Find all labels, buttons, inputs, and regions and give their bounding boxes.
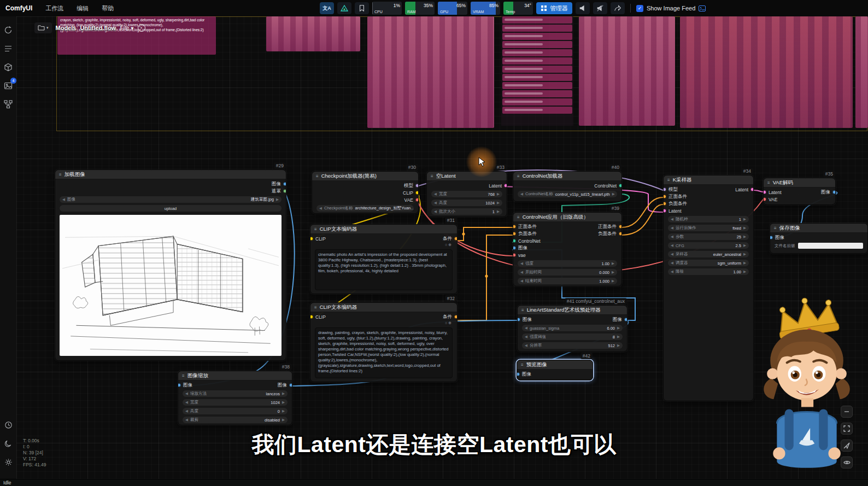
share-icon[interactable] (611, 2, 625, 14)
conditioning-slot-dot[interactable] (619, 225, 621, 229)
file-menu[interactable]: File ▾ (120, 25, 133, 31)
megaphone-muted-icon[interactable] (593, 2, 607, 14)
increment-arrow-icon[interactable]: ▶ (617, 343, 620, 348)
node-controlnet-apply[interactable]: #39≡ControlNet应用（旧版高级）正面条件负面条件ControlNet… (513, 212, 622, 286)
minimize-button[interactable] (841, 406, 853, 418)
increment-arrow-icon[interactable]: ▶ (612, 261, 614, 266)
input-slot-图像[interactable]: 图像 (517, 371, 533, 378)
input-slot-Latent[interactable]: Latent (764, 189, 784, 196)
collapse-icon[interactable]: ≡ (521, 362, 524, 367)
prompt-text[interactable]: cinematic photo An artist's impression o… (315, 249, 453, 290)
decrement-arrow-icon[interactable]: ◀ (671, 235, 673, 239)
increment-arrow-icon[interactable]: ▶ (282, 409, 285, 413)
collapse-icon[interactable]: ≡ (521, 308, 524, 313)
menu-workflow[interactable]: 工作流 (45, 4, 63, 13)
conditioning-slot-dot[interactable] (664, 195, 666, 198)
node-title-bar[interactable]: ≡LineArtStandard艺术线预处理器 (518, 306, 627, 315)
widget-text-input[interactable] (798, 243, 864, 249)
input-slot-模型[interactable]: 模型 (664, 186, 689, 193)
widget-采样器[interactable]: ◀采样器euler_ancestral▶ (668, 251, 749, 257)
widget-强度阈值[interactable]: ◀强度阈值8▶ (522, 333, 623, 340)
image-slot-dot[interactable] (624, 318, 627, 321)
decrement-arrow-icon[interactable]: ◀ (525, 326, 527, 330)
model-slot-dot[interactable] (415, 184, 418, 188)
output-slot-图像[interactable]: 图像 (269, 180, 286, 188)
input-slot-图像[interactable]: 图像 (178, 382, 195, 389)
image-slot-dot[interactable] (178, 383, 181, 387)
decrement-arrow-icon[interactable]: ◀ (434, 192, 437, 196)
collapse-icon[interactable]: ≡ (59, 172, 62, 177)
increment-arrow-icon[interactable]: ▶ (497, 209, 500, 214)
node-vae-decode[interactable]: #35≡VAE解码LatentVAE图像 (763, 178, 836, 205)
increment-arrow-icon[interactable]: ▶ (612, 279, 614, 283)
decrement-arrow-icon[interactable]: ◀ (525, 335, 527, 339)
decrement-arrow-icon[interactable]: ◀ (671, 226, 673, 230)
input-slot-vae[interactable]: vae (513, 251, 543, 259)
gallery-icon[interactable]: 4 (2, 80, 14, 92)
increment-arrow-icon[interactable]: ▶ (743, 217, 746, 221)
node-preview-image[interactable]: #42≡预览图像图像 (517, 360, 593, 380)
increment-arrow-icon[interactable]: ▶ (743, 252, 746, 256)
translate-button[interactable]: 文A (320, 2, 334, 14)
output-slot-图像[interactable]: 图像 (275, 382, 292, 389)
decrement-arrow-icon[interactable]: ◀ (520, 261, 523, 266)
output-slot-负面条件[interactable]: 负面条件 (596, 230, 621, 237)
widget-调度器[interactable]: ◀调度器sgm_uniform▶ (668, 260, 749, 266)
output-slot-模型[interactable]: 模型 (401, 182, 418, 189)
node-title-bar[interactable]: ≡CLIP文本编码器 (310, 225, 457, 234)
conditioning-slot-dot[interactable] (513, 225, 516, 229)
prompt-text[interactable]: drawing, painting, crayon, sketch, graph… (315, 327, 453, 378)
node-title-bar[interactable]: ≡K采样器 (664, 175, 753, 185)
clock-icon[interactable] (2, 419, 14, 431)
decrement-arrow-icon[interactable]: ◀ (671, 217, 673, 221)
lock-icon[interactable]: • (138, 24, 145, 32)
input-slot-负面条件[interactable]: 负面条件 (664, 200, 689, 207)
clip-slot-dot[interactable] (310, 237, 313, 241)
menu-edit[interactable]: 编辑 (77, 4, 89, 13)
manager-button[interactable]: 管理器 (536, 2, 572, 14)
decrement-arrow-icon[interactable]: ◀ (520, 270, 523, 274)
widget-宽度[interactable]: ◀宽度1024▶ (183, 399, 288, 406)
node-title-bar[interactable]: ≡保存图像 (770, 224, 867, 233)
checkbox-checked-icon[interactable]: ✓ (636, 5, 643, 12)
collapse-icon[interactable]: ≡ (314, 227, 317, 232)
widget-批次大小[interactable]: ◀批次大小1▶ (431, 208, 502, 215)
upload-button[interactable]: upload (60, 205, 281, 212)
input-slot-CLIP[interactable]: CLIP (310, 313, 328, 320)
decrement-arrow-icon[interactable]: ◀ (185, 418, 188, 422)
widget-CFG[interactable]: ◀CFG2.5▶ (668, 242, 749, 249)
image-slot-dot[interactable] (513, 246, 516, 250)
node-lineart-preprocessor[interactable]: #41 comfyui_controlnet_aux≡LineArtStanda… (517, 305, 627, 352)
widget-宽度[interactable]: ◀宽度768▶ (431, 191, 502, 197)
output-slot-Latent[interactable]: Latent (486, 182, 507, 189)
output-slot-条件[interactable]: 条件 (441, 235, 457, 242)
widget-图像[interactable]: ◀图像建筑草图.jpg▶ (60, 196, 281, 203)
app-logo[interactable]: ComfyUI (5, 4, 32, 12)
model-library-icon[interactable] (2, 61, 14, 73)
decrement-arrow-icon[interactable]: ◀ (671, 252, 673, 256)
workflow-folder-button[interactable]: ▾ (34, 22, 52, 33)
controlnet-slot-dot[interactable] (513, 239, 516, 243)
decrement-arrow-icon[interactable]: ◀ (434, 209, 437, 214)
filename-prefix-widget[interactable]: 文件名前缀 (775, 243, 863, 249)
input-slot-VAE[interactable]: VAE (764, 196, 784, 203)
input-slot-图像[interactable]: 图像 (770, 234, 787, 241)
controlnet-slot-dot[interactable] (619, 184, 621, 188)
collapse-icon[interactable]: ≡ (767, 180, 770, 185)
megaphone-icon[interactable] (576, 2, 590, 14)
node-title-bar[interactable]: ≡VAE解码 (764, 178, 835, 188)
decrement-arrow-icon[interactable]: ◀ (520, 192, 523, 196)
node-title-bar[interactable]: ≡图像缩放 (178, 371, 292, 380)
node-title-bar[interactable]: ≡空Latent (427, 172, 507, 181)
conditioning-slot-dot[interactable] (513, 232, 516, 236)
conditioning-slot-dot[interactable] (619, 232, 621, 236)
widget-裁剪[interactable]: ◀裁剪disabled▶ (183, 417, 288, 423)
widget-结束时间[interactable]: ◀结束时间1.000▶ (518, 278, 617, 284)
decrement-arrow-icon[interactable]: ◀ (434, 201, 437, 205)
latent-slot-dot[interactable] (764, 190, 766, 194)
node-empty-latent[interactable]: #33≡空LatentLatent◀宽度768▶◀高度1024▶◀批次大小1▶ (426, 171, 507, 217)
increment-arrow-icon[interactable]: ▶ (612, 270, 614, 274)
widget-开始时间[interactable]: ◀开始时间0.000▶ (518, 269, 617, 276)
image-slot-dot[interactable] (517, 372, 520, 376)
node-controlnet-loader[interactable]: #40≡ControlNet加载器ControlNet◀ControlNet名称… (513, 171, 622, 202)
